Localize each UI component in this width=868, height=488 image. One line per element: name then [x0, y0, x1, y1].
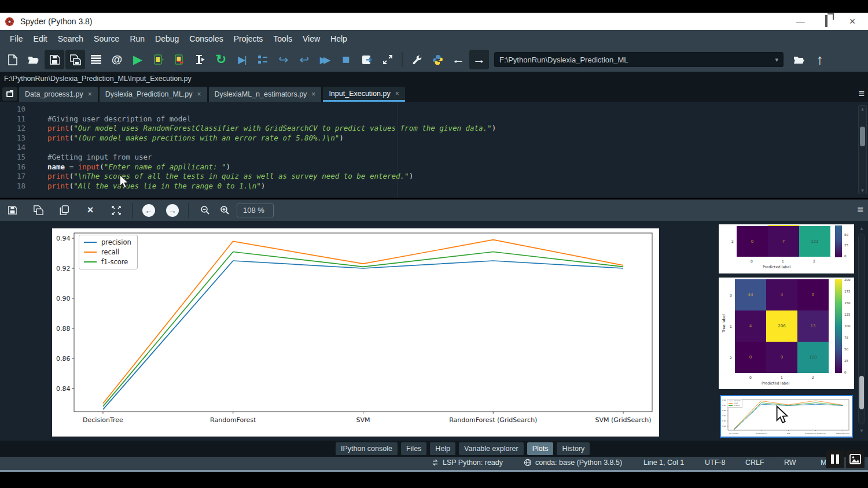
code-line: 14 — [0, 143, 868, 153]
save-all-icon[interactable] — [65, 50, 85, 69]
code-editor[interactable]: 1011#Giving user description of model12p… — [0, 102, 868, 198]
menu-view[interactable]: View — [297, 32, 325, 46]
save-icon[interactable] — [45, 50, 64, 69]
window-title: Spyder (Python 3.8) — [20, 17, 93, 26]
next-plot-icon[interactable]: → — [163, 202, 182, 219]
pane-tab-files[interactable]: Files — [401, 442, 426, 455]
restore-button[interactable] — [825, 16, 827, 27]
editor-scrollbar[interactable]: ▲ ▼ — [858, 105, 867, 194]
line-number: 14 — [0, 143, 35, 153]
svg-text:DecisionTree: DecisionTree — [729, 433, 739, 435]
pane-tab-history[interactable]: History — [557, 442, 590, 455]
copy-plot-icon[interactable] — [55, 202, 73, 219]
code-analysis-icon[interactable]: @ — [107, 50, 127, 69]
scroll-down-icon[interactable]: ▼ — [859, 188, 866, 193]
python-env-icon[interactable] — [428, 50, 447, 69]
plot-thumbnail-3-selected[interactable]: 0.840.860.880.900.920.94DecisionTreeRand… — [720, 395, 853, 438]
chart-legend: precisionrecallf1-score — [79, 235, 138, 269]
svg-text:RandomForest: RandomForest — [756, 433, 767, 435]
edge-line — [398, 102, 398, 198]
debug-cell-icon[interactable] — [253, 50, 273, 69]
pane-tab-plots[interactable]: Plots — [527, 442, 554, 455]
svg-text:0.90: 0.90 — [56, 295, 71, 302]
run-selection-icon[interactable] — [190, 50, 210, 69]
outline-icon[interactable] — [86, 50, 106, 69]
code-text: print("Our model uses RandomForestClassi… — [35, 124, 496, 134]
run-cell-icon[interactable] — [149, 50, 168, 69]
zoom-in-icon[interactable] — [215, 202, 234, 219]
pane-tab-help[interactable]: Help — [430, 442, 455, 455]
continue-execution-icon[interactable]: ▶▶ — [315, 50, 335, 69]
code-line: 18print("All the values lie in the range… — [0, 182, 868, 191]
zoom-out-icon[interactable] — [196, 202, 214, 219]
browse-tabs-button[interactable] — [2, 87, 17, 101]
zoom-level-field[interactable]: 108 % — [237, 204, 274, 217]
mini-legend-label: recall — [734, 402, 738, 404]
run-file-icon[interactable]: ▶ — [128, 50, 148, 69]
back-icon[interactable]: ← — [448, 50, 468, 69]
thumbs-scroll-thumb[interactable] — [859, 376, 864, 409]
tab-close-icon[interactable]: × — [197, 90, 201, 98]
plot-thumbnail-2[interactable]: 444042061309120012012Predicted labelTrue… — [719, 278, 854, 389]
open-file-icon[interactable] — [24, 50, 43, 69]
editor-scroll-thumb[interactable] — [860, 127, 865, 146]
fit-plot-icon[interactable] — [107, 202, 126, 219]
thumbs-scroll-up-icon[interactable]: ▲ — [857, 225, 866, 231]
working-directory-input[interactable]: F:\PythonRun\Dyslexia_Prediction_ML ▾ — [494, 52, 784, 67]
tab-close-icon[interactable]: × — [395, 90, 399, 98]
save-plot-icon[interactable] — [3, 202, 21, 219]
open-last-closed-icon[interactable] — [357, 50, 377, 69]
tools-wrench-icon[interactable] — [407, 50, 426, 69]
stop-debug-icon[interactable]: ■ — [336, 50, 356, 69]
zoom-level-value: 108 % — [243, 206, 264, 215]
save-all-plots-icon[interactable] — [29, 202, 47, 219]
tab-close-icon[interactable]: × — [88, 90, 92, 98]
previous-plot-icon[interactable]: ← — [139, 202, 158, 219]
remove-plot-icon[interactable]: × — [81, 202, 100, 219]
maximize-pane-icon[interactable] — [378, 50, 398, 69]
plot-thumbnail-1[interactable]: 071222012Predicted label50250 — [719, 224, 854, 273]
thumbs-scroll-down-icon[interactable]: ▼ — [857, 428, 866, 434]
menu-tools[interactable]: Tools — [268, 32, 297, 46]
menu-projects[interactable]: Projects — [229, 32, 269, 46]
pane-tab-ipython-console[interactable]: IPython console — [336, 442, 398, 455]
plots-options-icon[interactable]: ≡ — [857, 204, 863, 216]
menu-debug[interactable]: Debug — [150, 32, 184, 46]
editor-tab-data-process1-py[interactable]: Data_process1.py× — [19, 87, 98, 102]
step-return-icon[interactable]: ↩ — [295, 50, 314, 69]
cm-cell: 44 — [735, 279, 766, 310]
editor-tab-dyslexiaml-n-estimators-py[interactable]: DyslexiaML_n_estimators.py× — [209, 87, 322, 102]
dropdown-caret-icon[interactable]: ▾ — [775, 56, 778, 64]
scroll-up-icon[interactable]: ▲ — [859, 106, 866, 112]
editor-options-icon[interactable]: ≡ — [858, 88, 865, 100]
menu-source[interactable]: Source — [89, 32, 124, 46]
menu-consoles[interactable]: Consoles — [184, 32, 228, 46]
code-line: 15#Getting input from user — [0, 153, 868, 162]
step-over-icon[interactable]: ↪ — [274, 50, 293, 69]
editor-tab-input-execution-py[interactable]: Input_Execution.py× — [323, 87, 404, 102]
cursor-position: Line 1, Col 1 — [643, 459, 684, 467]
cm-row-label: 2 — [730, 356, 732, 360]
debug-file-icon[interactable]: ▶| — [232, 50, 252, 69]
rerun-cell-icon[interactable]: ↻ — [211, 50, 231, 69]
parent-directory-icon[interactable]: ↑ — [810, 50, 830, 69]
minimize-button[interactable]: — — [795, 17, 806, 27]
mini-legend-line — [729, 403, 733, 404]
menu-run[interactable]: Run — [124, 32, 150, 46]
browse-directory-icon[interactable] — [789, 50, 809, 69]
menu-help[interactable]: Help — [325, 32, 352, 46]
forward-icon[interactable]: → — [469, 50, 489, 69]
overlay-screenshot-button[interactable] — [846, 450, 865, 468]
menu-file[interactable]: File — [5, 32, 28, 46]
lsp-status: LSP Python: ready — [443, 459, 503, 467]
tab-close-icon[interactable]: × — [311, 90, 315, 98]
editor-tab-dyslexia-prediction-ml-py[interactable]: Dyslexia_Prediction_ML.py× — [100, 87, 207, 102]
new-file-icon[interactable] — [3, 50, 23, 69]
code-line: 16name = input("Enter name of appllicant… — [0, 162, 868, 172]
close-button[interactable]: × — [847, 16, 858, 28]
pane-tab-variable-explorer[interactable]: Variable explorer — [459, 442, 524, 455]
menu-search[interactable]: Search — [53, 32, 89, 46]
overlay-pause-button[interactable] — [826, 450, 844, 468]
run-cell-advance-icon[interactable] — [170, 50, 189, 69]
menu-edit[interactable]: Edit — [28, 32, 53, 46]
